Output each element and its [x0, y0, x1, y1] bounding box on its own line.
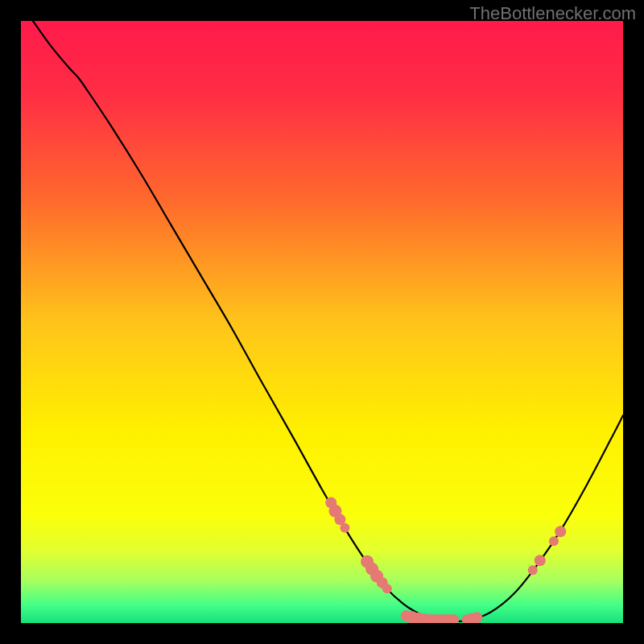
curve-marker — [535, 555, 546, 566]
curve-marker — [555, 526, 566, 537]
chart-frame — [21, 21, 623, 623]
watermark-text: TheBottlenecker.com — [469, 3, 636, 24]
gradient-background — [21, 21, 623, 623]
curve-marker — [528, 565, 538, 575]
curve-marker — [382, 584, 392, 593]
chart-svg — [21, 21, 623, 623]
curve-marker — [549, 536, 559, 546]
curve-marker — [340, 523, 349, 533]
curve-marker — [471, 612, 482, 623]
